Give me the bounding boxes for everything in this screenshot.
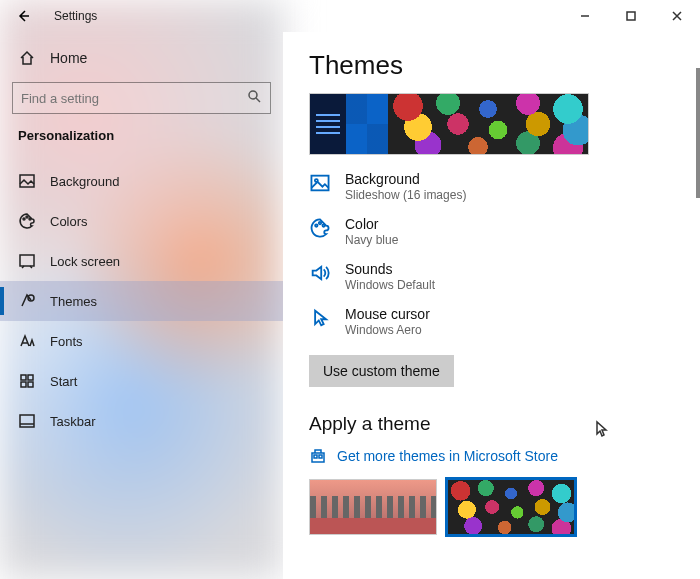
nav-taskbar[interactable]: Taskbar — [0, 401, 283, 441]
nav-label: Start — [50, 374, 77, 389]
theme-card-selected[interactable] — [447, 479, 575, 535]
nav-label: Lock screen — [50, 254, 120, 269]
nav-lock-screen[interactable]: Lock screen — [0, 241, 283, 281]
maximize-icon — [626, 11, 636, 21]
content-pane: Themes Background Slideshow (16 images) … — [283, 32, 700, 579]
setting-value: Windows Aero — [345, 323, 430, 337]
speaker-icon — [309, 262, 331, 284]
palette-icon — [309, 217, 331, 239]
back-button[interactable] — [0, 0, 46, 32]
svg-rect-0 — [627, 12, 635, 20]
minimize-icon — [580, 11, 590, 21]
nav-label: Background — [50, 174, 119, 189]
nav-background[interactable]: Background — [0, 161, 283, 201]
setting-title: Mouse cursor — [345, 306, 430, 322]
svg-rect-6 — [20, 255, 34, 266]
svg-rect-8 — [21, 375, 26, 380]
picture-icon — [18, 172, 36, 190]
setting-title: Color — [345, 216, 398, 232]
taskbar-icon — [18, 412, 36, 430]
use-custom-theme-button[interactable]: Use custom theme — [309, 355, 454, 387]
nav-label: Taskbar — [50, 414, 96, 429]
search-icon — [247, 89, 261, 107]
svg-rect-18 — [314, 455, 317, 458]
nav-colors[interactable]: Colors — [0, 201, 283, 241]
picture-icon — [309, 172, 331, 194]
nav-themes[interactable]: Themes — [0, 281, 283, 321]
setting-sounds[interactable]: Sounds Windows Default — [309, 261, 700, 292]
close-icon — [672, 11, 682, 21]
svg-point-5 — [29, 218, 31, 220]
start-icon — [18, 372, 36, 390]
setting-title: Background — [345, 171, 466, 187]
store-icon — [309, 447, 327, 465]
setting-value: Slideshow (16 images) — [345, 188, 466, 202]
sidebar: Home Personalization Background Colors L… — [0, 32, 283, 579]
apply-heading: Apply a theme — [309, 413, 700, 435]
search-input[interactable] — [12, 82, 271, 114]
nav-label: Themes — [50, 294, 97, 309]
svg-point-4 — [26, 216, 28, 218]
svg-rect-19 — [319, 455, 322, 458]
svg-point-17 — [322, 224, 324, 226]
category-label: Personalization — [0, 124, 283, 153]
nav-list: Background Colors Lock screen Themes Fon… — [0, 161, 283, 441]
svg-point-15 — [315, 224, 317, 226]
themes-icon — [18, 292, 36, 310]
svg-rect-12 — [20, 415, 34, 427]
setting-background[interactable]: Background Slideshow (16 images) — [309, 171, 700, 202]
store-link-label: Get more themes in Microsoft Store — [337, 448, 558, 464]
maximize-button[interactable] — [608, 0, 654, 32]
svg-point-3 — [23, 218, 25, 220]
svg-point-16 — [319, 222, 321, 224]
home-link[interactable]: Home — [0, 40, 283, 76]
close-button[interactable] — [654, 0, 700, 32]
home-icon — [18, 49, 36, 67]
svg-rect-10 — [21, 382, 26, 387]
nav-start[interactable]: Start — [0, 361, 283, 401]
nav-label: Colors — [50, 214, 88, 229]
setting-color[interactable]: Color Navy blue — [309, 216, 700, 247]
scrollbar-thumb[interactable] — [696, 68, 700, 198]
theme-card[interactable] — [309, 479, 437, 535]
titlebar: Settings — [0, 0, 700, 32]
svg-point-1 — [249, 91, 257, 99]
store-link[interactable]: Get more themes in Microsoft Store — [309, 447, 700, 465]
nav-label: Fonts — [50, 334, 83, 349]
svg-rect-11 — [28, 382, 33, 387]
cursor-icon — [309, 307, 331, 329]
page-title: Themes — [309, 50, 700, 81]
svg-rect-9 — [28, 375, 33, 380]
mouse-cursor-icon — [594, 420, 610, 442]
palette-icon — [18, 212, 36, 230]
setting-cursor[interactable]: Mouse cursor Windows Aero — [309, 306, 700, 337]
setting-value: Windows Default — [345, 278, 435, 292]
theme-preview[interactable] — [309, 93, 589, 155]
setting-value: Navy blue — [345, 233, 398, 247]
setting-title: Sounds — [345, 261, 435, 277]
home-label: Home — [50, 50, 87, 66]
fonts-icon — [18, 332, 36, 350]
window-title: Settings — [54, 9, 97, 23]
minimize-button[interactable] — [562, 0, 608, 32]
arrow-left-icon — [15, 8, 31, 24]
lock-screen-icon — [18, 252, 36, 270]
nav-fonts[interactable]: Fonts — [0, 321, 283, 361]
